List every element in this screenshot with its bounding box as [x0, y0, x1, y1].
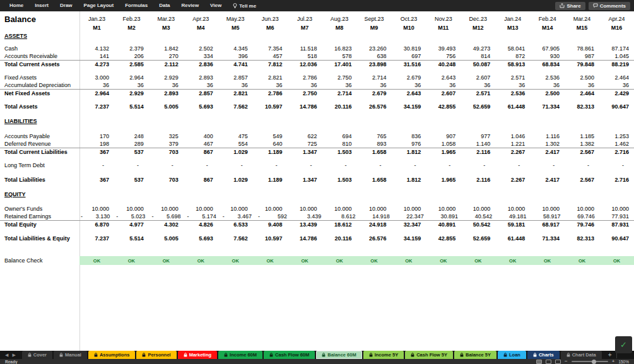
cell[interactable]: 30.891: [429, 213, 463, 220]
cell[interactable]: 82.313: [565, 103, 599, 110]
cell[interactable]: 68.834: [530, 61, 565, 68]
cell[interactable]: 640: [253, 141, 288, 147]
cell[interactable]: 67.905: [530, 45, 565, 52]
tab-scroll-right-icon[interactable]: ▶: [12, 351, 15, 359]
sheet-tab-cover[interactable]: Cover: [22, 351, 52, 359]
balance-check-cell[interactable]: OK: [218, 258, 253, 264]
cell[interactable]: -: [149, 162, 184, 168]
cell[interactable]: 36: [218, 82, 253, 88]
cell[interactable]: 325: [149, 133, 184, 139]
row-label[interactable]: Accumulated Depreciation: [0, 82, 79, 88]
cell[interactable]: 1.347: [288, 177, 322, 183]
column-header-code[interactable]: M6: [253, 25, 288, 31]
column-header-code[interactable]: M5: [218, 25, 253, 31]
cell[interactable]: 7.354: [253, 45, 288, 52]
cell[interactable]: 2.607: [426, 90, 461, 97]
cell[interactable]: 10.000: [426, 206, 461, 212]
cell[interactable]: 36: [114, 82, 149, 88]
cell[interactable]: 2.267: [495, 149, 530, 155]
cell[interactable]: 2.929: [114, 90, 149, 97]
sheet-tab-balance-60m[interactable]: Balance 60M: [316, 351, 361, 359]
cell[interactable]: 7.562: [218, 103, 253, 110]
cell[interactable]: 518: [288, 53, 322, 59]
cell[interactable]: 725: [288, 141, 322, 147]
balance-check-cell[interactable]: OK: [391, 258, 426, 264]
balance-check-cell[interactable]: OK: [114, 258, 149, 264]
cell[interactable]: 10.000: [599, 206, 634, 212]
column-header-month[interactable]: Jun.23: [253, 16, 288, 22]
cell[interactable]: -: [184, 162, 218, 168]
column-header-code[interactable]: M14: [530, 25, 565, 31]
cell[interactable]: 578: [322, 53, 357, 59]
cell[interactable]: 2.567: [565, 177, 599, 183]
cell[interactable]: 206: [114, 53, 149, 59]
cell[interactable]: 10.000: [357, 206, 392, 212]
cell[interactable]: 2.116: [461, 149, 495, 155]
cell[interactable]: 18.612: [322, 221, 357, 228]
cell[interactable]: 2.964: [79, 90, 114, 97]
cell[interactable]: 694: [322, 133, 357, 139]
cell[interactable]: 1.658: [357, 177, 392, 183]
cell[interactable]: 14.786: [288, 235, 322, 242]
cell[interactable]: 1.462: [599, 141, 634, 147]
cell[interactable]: 39.493: [426, 45, 461, 52]
cell[interactable]: 976: [391, 141, 426, 147]
ribbon-tab-formulas[interactable]: Formulas: [119, 0, 153, 11]
cell[interactable]: -: [114, 162, 149, 168]
row-label[interactable]: Accounts Payable: [0, 133, 79, 139]
cell[interactable]: 20.116: [322, 235, 357, 242]
row-label[interactable]: Total Current Assets: [0, 61, 79, 68]
cell[interactable]: 198: [79, 141, 114, 147]
cell[interactable]: 36: [391, 82, 426, 88]
cell[interactable]: 2.464: [599, 74, 634, 81]
cell[interactable]: 32.347: [391, 221, 426, 228]
cell[interactable]: 40.891: [426, 221, 461, 228]
cell[interactable]: 10.000: [114, 206, 149, 212]
cell[interactable]: 42.855: [426, 235, 461, 242]
cell[interactable]: 1.965: [426, 149, 461, 155]
cell[interactable]: 22.347: [395, 213, 429, 220]
cell[interactable]: 367: [79, 177, 114, 183]
column-header-month[interactable]: Jul.23: [288, 16, 322, 22]
cell[interactable]: -: [357, 162, 392, 168]
cell[interactable]: 3.439: [292, 213, 326, 220]
cell[interactable]: 34.159: [391, 235, 426, 242]
balance-check-cell[interactable]: OK: [288, 258, 322, 264]
cell[interactable]: 10.000: [495, 206, 530, 212]
cell[interactable]: 10.597: [253, 235, 288, 242]
cell[interactable]: 88.219: [599, 61, 634, 68]
row-label[interactable]: Total Current Liabilities: [0, 149, 79, 155]
cell[interactable]: -: [288, 162, 322, 168]
column-header-code[interactable]: M3: [149, 25, 184, 31]
cell[interactable]: 2.964: [114, 74, 149, 81]
balance-check-cell[interactable]: OK: [357, 258, 392, 264]
row-label[interactable]: Long Term Debt: [0, 162, 79, 168]
ribbon-tab-insert[interactable]: Insert: [29, 0, 54, 11]
cell[interactable]: 50.542: [461, 221, 495, 228]
cell[interactable]: 16.823: [322, 45, 357, 52]
cell[interactable]: 977: [461, 133, 495, 139]
cell[interactable]: 2.714: [357, 74, 392, 81]
cell[interactable]: 1.140: [461, 141, 495, 147]
cell[interactable]: 554: [218, 141, 253, 147]
cell[interactable]: 1.382: [565, 141, 599, 147]
cell[interactable]: 1.058: [426, 141, 461, 147]
column-header-code[interactable]: M16: [599, 25, 634, 31]
cell[interactable]: 1.221: [495, 141, 530, 147]
cell[interactable]: 61.448: [495, 103, 530, 110]
balance-check-cell[interactable]: OK: [565, 258, 599, 264]
cell[interactable]: 87.174: [599, 45, 634, 52]
row-label[interactable]: Net Fixed Assets: [0, 90, 79, 97]
cell[interactable]: 1.302: [530, 141, 565, 147]
cell[interactable]: 36: [149, 82, 184, 88]
cell[interactable]: 5.514: [114, 103, 149, 110]
row-label[interactable]: Owner's Funds: [0, 206, 79, 212]
cell[interactable]: 68.917: [530, 221, 565, 228]
cell[interactable]: 5.005: [149, 103, 184, 110]
column-header-code[interactable]: M7: [288, 25, 322, 31]
cell[interactable]: 1.812: [391, 149, 426, 155]
cell[interactable]: -: [530, 162, 565, 168]
column-header-code[interactable]: M12: [461, 25, 495, 31]
cell[interactable]: 82.313: [565, 235, 599, 242]
column-header-code[interactable]: M4: [184, 25, 218, 31]
